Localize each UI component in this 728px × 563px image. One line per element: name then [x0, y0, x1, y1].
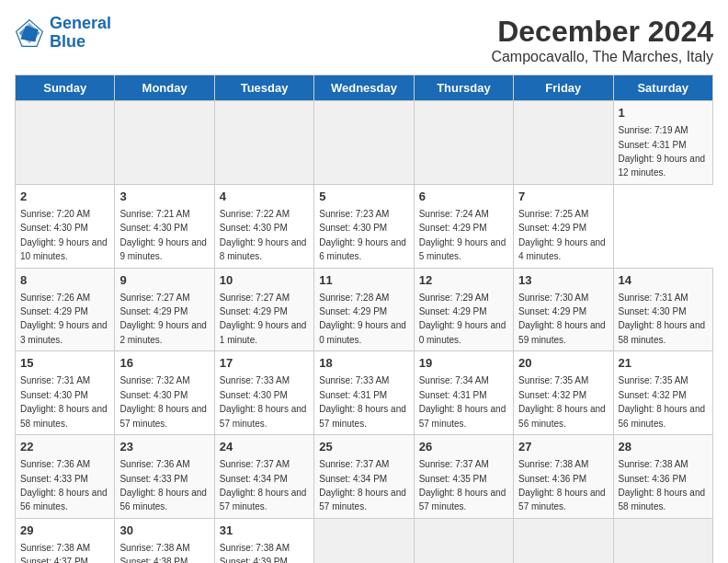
day-number: 2 [20, 189, 109, 205]
svg-marker-3 [20, 26, 38, 42]
day-number: 12 [419, 272, 508, 289]
calendar-cell: 22 Sunrise: 7:36 AMSunset: 4:33 PMDaylig… [16, 435, 115, 519]
calendar-cell: 23 Sunrise: 7:36 AMSunset: 4:33 PMDaylig… [115, 435, 214, 519]
day-info: Sunrise: 7:37 AMSunset: 4:34 PMDaylight:… [319, 459, 406, 511]
calendar-cell [314, 518, 414, 563]
day-info: Sunrise: 7:37 AMSunset: 4:35 PMDaylight:… [419, 459, 506, 511]
day-info: Sunrise: 7:29 AMSunset: 4:29 PMDaylight:… [419, 293, 506, 345]
calendar-cell: 10 Sunrise: 7:27 AMSunset: 4:29 PMDaylig… [214, 268, 313, 351]
col-thursday: Thursday [414, 75, 513, 101]
calendar-cell [514, 101, 613, 185]
day-number: 1 [619, 105, 708, 121]
day-info: Sunrise: 7:34 AMSunset: 4:31 PMDaylight:… [419, 375, 506, 428]
calendar-cell: 2 Sunrise: 7:20 AMSunset: 4:30 PMDayligh… [16, 184, 115, 268]
calendar-cell [314, 101, 414, 185]
day-number: 5 [319, 189, 408, 205]
day-number: 29 [20, 523, 109, 539]
calendar-cell: 9 Sunrise: 7:27 AMSunset: 4:29 PMDayligh… [115, 268, 214, 351]
calendar-cell: 16 Sunrise: 7:32 AMSunset: 4:30 PMDaylig… [115, 351, 214, 435]
location-title: Campocavallo, The Marches, Italy [491, 49, 713, 65]
day-info: Sunrise: 7:38 AMSunset: 4:39 PMDaylight:… [220, 543, 307, 563]
day-number: 18 [319, 355, 408, 372]
day-info: Sunrise: 7:24 AMSunset: 4:29 PMDaylight:… [419, 209, 506, 261]
day-number: 22 [20, 439, 109, 455]
month-title: December 2024 [491, 15, 713, 49]
day-info: Sunrise: 7:26 AMSunset: 4:29 PMDaylight:… [20, 293, 108, 345]
calendar-cell [613, 518, 712, 563]
logo-icon [15, 18, 44, 48]
calendar-cell: 5 Sunrise: 7:23 AMSunset: 4:30 PMDayligh… [314, 184, 414, 268]
day-info: Sunrise: 7:27 AMSunset: 4:29 PMDaylight:… [119, 293, 207, 345]
week-row-2: 2 Sunrise: 7:20 AMSunset: 4:30 PMDayligh… [16, 184, 713, 268]
day-info: Sunrise: 7:22 AMSunset: 4:30 PMDaylight:… [220, 209, 307, 261]
logo: General Blue [15, 15, 111, 52]
day-number: 3 [119, 189, 209, 205]
day-number: 6 [419, 189, 508, 205]
calendar-cell: 7 Sunrise: 7:25 AMSunset: 4:29 PMDayligh… [514, 184, 613, 268]
day-number: 31 [220, 523, 309, 539]
calendar-cell: 25 Sunrise: 7:37 AMSunset: 4:34 PMDaylig… [314, 435, 414, 519]
calendar-cell: 3 Sunrise: 7:21 AMSunset: 4:30 PMDayligh… [115, 184, 214, 268]
calendar-cell: 8 Sunrise: 7:26 AMSunset: 4:29 PMDayligh… [16, 268, 115, 351]
day-info: Sunrise: 7:21 AMSunset: 4:30 PMDaylight:… [119, 209, 207, 261]
calendar-cell: 18 Sunrise: 7:33 AMSunset: 4:31 PMDaylig… [314, 351, 414, 435]
calendar-cell: 13 Sunrise: 7:30 AMSunset: 4:29 PMDaylig… [514, 268, 613, 351]
calendar-cell [115, 101, 214, 185]
calendar-cell: 17 Sunrise: 7:33 AMSunset: 4:30 PMDaylig… [214, 351, 313, 435]
week-row-3: 8 Sunrise: 7:26 AMSunset: 4:29 PMDayligh… [16, 268, 713, 351]
day-number: 20 [518, 355, 608, 372]
day-info: Sunrise: 7:33 AMSunset: 4:31 PMDaylight:… [319, 375, 406, 428]
day-info: Sunrise: 7:20 AMSunset: 4:30 PMDaylight:… [20, 209, 108, 261]
page-header: General Blue December 2024 Campocavallo,… [15, 15, 713, 65]
day-number: 8 [20, 272, 109, 289]
calendar-cell [16, 101, 115, 185]
day-number: 13 [518, 272, 608, 289]
day-number: 26 [419, 439, 508, 455]
calendar-cell: 20 Sunrise: 7:35 AMSunset: 4:32 PMDaylig… [514, 351, 613, 435]
day-info: Sunrise: 7:38 AMSunset: 4:36 PMDaylight:… [619, 459, 706, 511]
day-number: 11 [319, 272, 408, 289]
calendar-cell [414, 518, 513, 563]
day-info: Sunrise: 7:30 AMSunset: 4:29 PMDaylight:… [518, 293, 606, 345]
day-number: 17 [220, 355, 309, 372]
day-number: 27 [518, 439, 608, 455]
col-sunday: Sunday [16, 75, 115, 101]
day-number: 24 [220, 439, 309, 455]
day-info: Sunrise: 7:25 AMSunset: 4:29 PMDaylight:… [518, 209, 606, 261]
day-info: Sunrise: 7:31 AMSunset: 4:30 PMDaylight:… [619, 293, 706, 345]
calendar-table: Sunday Monday Tuesday Wednesday Thursday… [15, 75, 713, 563]
day-info: Sunrise: 7:32 AMSunset: 4:30 PMDaylight:… [119, 375, 207, 428]
week-row-1: 1 Sunrise: 7:19 AMSunset: 4:31 PMDayligh… [16, 101, 713, 185]
calendar-cell: 30 Sunrise: 7:38 AMSunset: 4:38 PMDaylig… [115, 518, 214, 563]
day-number: 16 [119, 355, 209, 372]
header-row: Sunday Monday Tuesday Wednesday Thursday… [16, 75, 713, 101]
day-info: Sunrise: 7:23 AMSunset: 4:30 PMDaylight:… [319, 209, 406, 261]
day-number: 28 [619, 439, 708, 455]
day-number: 7 [518, 189, 608, 205]
calendar-cell: 21 Sunrise: 7:35 AMSunset: 4:32 PMDaylig… [613, 351, 712, 435]
calendar-cell: 4 Sunrise: 7:22 AMSunset: 4:30 PMDayligh… [214, 184, 313, 268]
day-number: 25 [319, 439, 408, 455]
day-info: Sunrise: 7:31 AMSunset: 4:30 PMDaylight:… [20, 375, 108, 428]
day-info: Sunrise: 7:27 AMSunset: 4:29 PMDaylight:… [220, 293, 307, 345]
week-row-5: 22 Sunrise: 7:36 AMSunset: 4:33 PMDaylig… [16, 435, 713, 519]
col-friday: Friday [514, 75, 613, 101]
calendar-cell [214, 101, 313, 185]
calendar-cell: 1 Sunrise: 7:19 AMSunset: 4:31 PMDayligh… [613, 101, 712, 185]
calendar-cell: 6 Sunrise: 7:24 AMSunset: 4:29 PMDayligh… [414, 184, 513, 268]
day-info: Sunrise: 7:33 AMSunset: 4:30 PMDaylight:… [220, 375, 307, 428]
title-block: December 2024 Campocavallo, The Marches,… [491, 15, 713, 65]
day-info: Sunrise: 7:38 AMSunset: 4:38 PMDaylight:… [119, 543, 207, 563]
day-number: 4 [220, 189, 309, 205]
calendar-cell: 12 Sunrise: 7:29 AMSunset: 4:29 PMDaylig… [414, 268, 513, 351]
logo-text: General Blue [50, 15, 111, 52]
day-number: 10 [220, 272, 309, 289]
calendar-cell [514, 518, 613, 563]
col-saturday: Saturday [613, 75, 712, 101]
col-wednesday: Wednesday [314, 75, 414, 101]
calendar-cell: 28 Sunrise: 7:38 AMSunset: 4:36 PMDaylig… [613, 435, 712, 519]
calendar-cell: 24 Sunrise: 7:37 AMSunset: 4:34 PMDaylig… [214, 435, 313, 519]
day-info: Sunrise: 7:35 AMSunset: 4:32 PMDaylight:… [619, 375, 706, 428]
calendar-cell: 15 Sunrise: 7:31 AMSunset: 4:30 PMDaylig… [16, 351, 115, 435]
calendar-body: 1 Sunrise: 7:19 AMSunset: 4:31 PMDayligh… [16, 101, 713, 564]
